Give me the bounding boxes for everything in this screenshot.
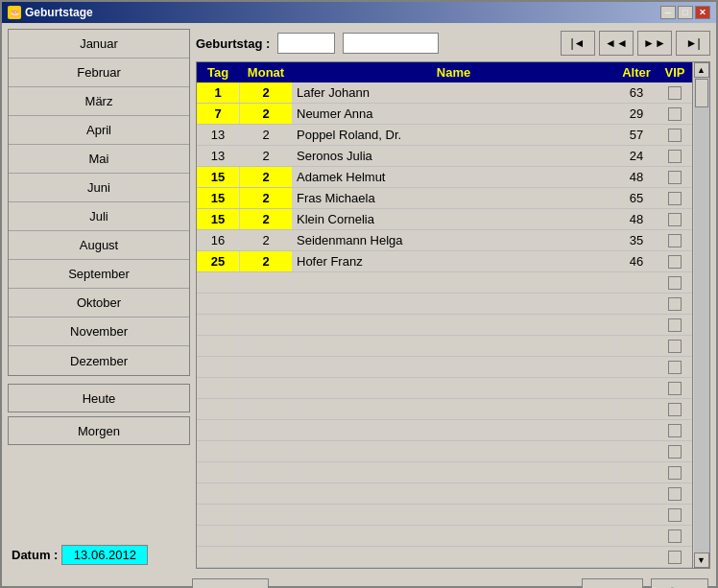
cell-monat: 2 <box>240 209 293 229</box>
cell-alter: 57 <box>615 125 658 145</box>
month-januar[interactable]: Januar <box>9 30 189 59</box>
month-mai[interactable]: Mai <box>9 145 189 174</box>
cell-alter: 46 <box>615 251 658 271</box>
month-oktober[interactable]: Oktober <box>9 289 189 318</box>
nav-next-button[interactable]: ►► <box>637 31 672 56</box>
cell-alter-empty <box>615 505 658 525</box>
title-bar-left: 🎂 Geburtstage <box>8 6 93 19</box>
month-juli[interactable]: Juli <box>9 202 189 231</box>
table-row[interactable]: 7 2 Neumer Anna 29 <box>197 104 692 125</box>
vip-checkbox-empty[interactable] <box>668 508 682 522</box>
vip-checkbox[interactable] <box>668 150 682 163</box>
cell-monat-empty <box>240 547 293 567</box>
cell-tag-empty <box>197 526 240 546</box>
table-row[interactable]: 15 2 Klein Cornelia 48 <box>197 209 692 230</box>
month-februar[interactable]: Februar <box>9 59 189 87</box>
table-row-empty <box>197 336 692 357</box>
cell-monat: 2 <box>240 188 293 208</box>
vip-checkbox[interactable] <box>668 192 682 205</box>
vip-checkbox-empty[interactable] <box>668 318 682 332</box>
table-row-empty <box>197 420 692 441</box>
right-panel: Geburtstag : |◄ ◄◄ ►► ►| Tag Monat <box>196 29 710 569</box>
scroll-thumb[interactable] <box>695 79 708 107</box>
month-august[interactable]: August <box>9 231 189 260</box>
vip-checkbox-empty[interactable] <box>668 466 682 480</box>
cell-alter-empty <box>615 483 658 504</box>
vip-checkbox-empty[interactable] <box>668 487 682 501</box>
cell-tag-empty <box>197 315 240 335</box>
month-november[interactable]: November <box>9 318 189 346</box>
cell-vip-empty <box>658 526 692 546</box>
table-row-empty <box>197 294 692 315</box>
month-maerz[interactable]: März <box>9 87 189 116</box>
hilfe-button[interactable]: ? Hilfe <box>582 578 643 588</box>
cell-name-empty <box>293 505 615 525</box>
vip-checkbox[interactable] <box>668 171 682 184</box>
ok-button[interactable]: ✔ OK <box>651 578 708 588</box>
table-row-empty <box>197 378 692 399</box>
vip-checkbox-empty[interactable] <box>668 403 682 416</box>
vip-checkbox-empty[interactable] <box>668 445 682 459</box>
today-tomorrow: Heute Morgen <box>8 384 190 445</box>
cell-tag: 15 <box>197 188 240 208</box>
table-row[interactable]: 15 2 Adamek Helmut 48 <box>197 167 692 188</box>
vip-checkbox-empty[interactable] <box>668 297 682 311</box>
vip-checkbox[interactable] <box>668 234 682 247</box>
table-row-empty <box>197 547 692 568</box>
cell-alter-empty <box>615 336 658 356</box>
vip-checkbox[interactable] <box>668 129 682 142</box>
cell-monat-empty <box>240 462 293 482</box>
month-dezember[interactable]: Dezember <box>9 346 189 375</box>
geburtstag-input-day[interactable] <box>277 33 335 54</box>
table-row[interactable]: 13 2 Seronos Julia 24 <box>197 146 692 167</box>
vip-checkbox[interactable] <box>668 86 682 100</box>
nav-prev-button[interactable]: ◄◄ <box>599 31 634 56</box>
vip-checkbox-empty[interactable] <box>668 529 682 543</box>
table-row[interactable]: 25 2 Hofer Franz 46 <box>197 251 692 272</box>
cell-vip-empty <box>658 420 692 440</box>
cell-alter-empty <box>615 315 658 335</box>
table-row-empty <box>197 315 692 336</box>
month-april[interactable]: April <box>9 116 189 145</box>
cell-tag: 13 <box>197 146 240 166</box>
table-row[interactable]: 13 2 Poppel Roland, Dr. 57 <box>197 125 692 146</box>
vip-checkbox-empty[interactable] <box>668 424 682 437</box>
scrollbar[interactable]: ▲ ▼ <box>692 62 709 568</box>
minimize-button[interactable]: ─ <box>660 6 676 19</box>
th-monat: Monat <box>240 62 293 82</box>
vip-checkbox[interactable] <box>668 213 682 226</box>
table-row[interactable]: 16 2 Seidenmann Helga 35 <box>197 230 692 251</box>
table-row[interactable]: 1 2 Lafer Johann 63 <box>197 82 692 104</box>
scroll-up-button[interactable]: ▲ <box>694 62 709 78</box>
scroll-down-button[interactable]: ▼ <box>694 553 709 568</box>
vip-checkbox[interactable] <box>668 255 682 269</box>
vip-checkbox-empty[interactable] <box>668 361 682 374</box>
heute-button[interactable]: Heute <box>8 384 190 412</box>
nav-first-button[interactable]: |◄ <box>561 31 595 56</box>
cell-tag-empty <box>197 272 240 293</box>
close-button[interactable]: ✕ <box>695 6 710 19</box>
datum-label: Datum : <box>12 548 58 562</box>
morgen-button[interactable]: Morgen <box>8 416 190 445</box>
vip-checkbox-empty[interactable] <box>668 340 682 353</box>
month-september[interactable]: September <box>9 260 189 289</box>
vip-checkbox[interactable] <box>668 107 682 121</box>
vip-checkbox-empty[interactable] <box>668 551 682 564</box>
cell-name-empty <box>293 547 615 567</box>
table-row[interactable]: 15 2 Fras Michaela 65 <box>197 188 692 209</box>
cell-name-empty <box>293 294 615 314</box>
bottom-bar: Patient ? Hilfe ✔ OK <box>2 575 716 588</box>
cell-monat-empty <box>240 441 293 461</box>
month-juni[interactable]: Juni <box>9 174 189 202</box>
cell-name: Poppel Roland, Dr. <box>293 125 615 145</box>
patient-button[interactable]: Patient <box>192 578 269 588</box>
vip-checkbox-empty[interactable] <box>668 382 682 395</box>
maximize-button[interactable]: □ <box>678 6 693 19</box>
cell-tag: 15 <box>197 167 240 187</box>
cell-vip-empty <box>658 357 692 377</box>
vip-checkbox-empty[interactable] <box>668 276 682 290</box>
cell-vip-empty <box>658 378 692 398</box>
nav-last-button[interactable]: ►| <box>676 31 710 56</box>
cell-monat: 2 <box>240 125 293 145</box>
geburtstag-input-name[interactable] <box>343 33 439 54</box>
